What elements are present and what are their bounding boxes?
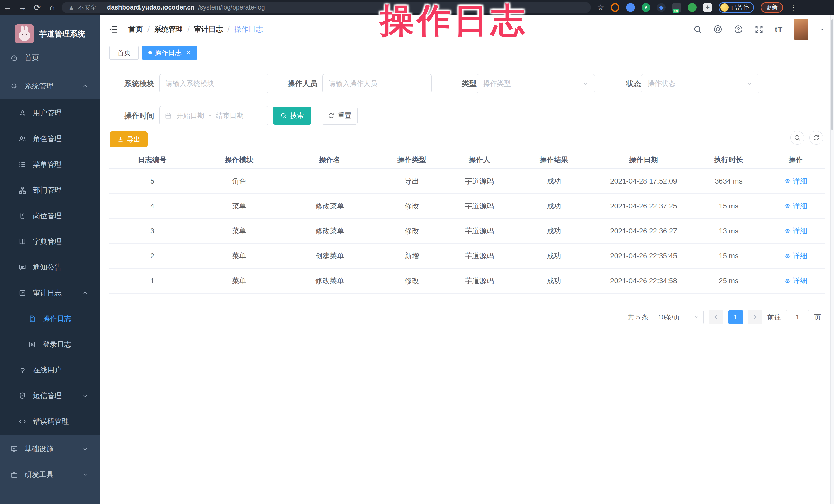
extensions-puzzle-icon[interactable]: ✚ (703, 3, 712, 12)
browser-reload-button[interactable]: ⟳ (30, 3, 45, 12)
book-icon (19, 238, 26, 245)
module-input[interactable] (159, 74, 268, 93)
export-button-label: 导出 (127, 135, 140, 144)
detail-link[interactable]: 详细 (784, 276, 807, 286)
sidebar-item-error-code-management[interactable]: 错误码管理 (0, 409, 100, 434)
extension-pin-icon[interactable] (626, 3, 635, 12)
chevron-down-icon (82, 446, 88, 452)
sidebar-item-operate-log[interactable]: 操作日志 (0, 306, 100, 332)
font-size-icon[interactable]: tT (775, 25, 783, 34)
fullscreen-icon[interactable] (754, 25, 764, 34)
goto-page-input[interactable] (786, 310, 809, 324)
sidebar-item-user-management[interactable]: 用户管理 (0, 100, 100, 126)
page-size-select[interactable]: 10条/页 (654, 310, 704, 324)
type-select[interactable]: 操作类型 (477, 74, 595, 93)
tab-home[interactable]: 首页 (109, 46, 139, 60)
column-header: 操作日期 (597, 151, 690, 168)
operator-input-field[interactable] (323, 74, 432, 93)
goto-label: 前往 (767, 313, 781, 322)
operator-input[interactable] (323, 74, 432, 93)
user-icon (19, 109, 26, 117)
extension-green-v-icon[interactable]: v (641, 3, 650, 12)
cell-result: 成功 (511, 268, 597, 293)
sidebar-toggle-icon[interactable] (108, 24, 118, 34)
breadcrumb-item-audit-log[interactable]: 审计日志 (194, 24, 223, 34)
browser-forward-button[interactable]: → (15, 3, 30, 12)
detail-link[interactable]: 详细 (784, 176, 807, 186)
sidebar-item-department-management[interactable]: 部门管理 (0, 177, 100, 203)
extension-green-icon[interactable] (688, 3, 697, 12)
search-icon[interactable] (693, 25, 702, 34)
detail-link[interactable]: 详细 (784, 251, 807, 261)
sidebar-item-system-management[interactable]: 系统管理 (0, 73, 100, 99)
chevron-up-icon (82, 83, 88, 89)
browser-update-button[interactable]: 更新 (761, 2, 783, 13)
tab-label: 首页 (117, 48, 131, 57)
cell-operation-name: 修改菜单 (283, 268, 376, 293)
refresh-table-button[interactable] (809, 131, 823, 145)
prev-page-button[interactable] (709, 310, 723, 324)
sidebar-item-post-management[interactable]: 岗位管理 (0, 203, 100, 229)
extension-gem-icon[interactable]: ◆ (657, 3, 666, 12)
sidebar-item-dev-tools[interactable]: 研发工具 (0, 462, 100, 487)
chevron-up-icon (82, 290, 88, 296)
sidebar-item-role-management[interactable]: 角色管理 (0, 126, 100, 152)
page-scrollbar[interactable] (830, 15, 834, 504)
sidebar-item-menu-management[interactable]: 菜单管理 (0, 152, 100, 177)
sidebar-item-infrastructure[interactable]: 基础设施 (0, 436, 100, 462)
reset-button-label: 重置 (337, 111, 351, 120)
sidebar-item-home[interactable]: 首页 (0, 45, 100, 71)
extension-orange-icon[interactable] (611, 3, 619, 12)
cell-result: 成功 (511, 219, 597, 243)
export-button[interactable]: 导出 (110, 131, 148, 147)
reset-button[interactable]: 重置 (322, 107, 358, 125)
url-host: dashboard.yudao.iocoder.cn (107, 4, 195, 11)
detail-link-label: 详细 (793, 201, 807, 211)
breadcrumb-item-home[interactable]: 首页 (129, 24, 143, 34)
user-avatar[interactable] (794, 19, 808, 40)
sidebar-item-login-log[interactable]: 登录日志 (0, 332, 100, 357)
sidebar-item-label: 在线用户 (33, 365, 62, 375)
cell-duration: 25 ms (690, 268, 767, 293)
help-icon[interactable] (734, 25, 743, 34)
module-input-field[interactable] (159, 74, 268, 93)
app-title: 芋道管理系统 (39, 29, 85, 39)
browser-menu-icon[interactable]: ⋮ (790, 3, 797, 12)
scrollbar-thumb[interactable] (831, 19, 833, 130)
column-header: 操作结果 (511, 151, 597, 168)
detail-link[interactable]: 详细 (784, 226, 807, 236)
code-icon (19, 418, 26, 425)
close-icon[interactable] (186, 50, 191, 55)
sidebar-item-audit-log[interactable]: 审计日志 (0, 280, 100, 306)
column-header: 执行时长 (690, 151, 767, 168)
calendar-icon (165, 112, 172, 119)
sidebar-logo-row[interactable]: 芋道管理系统 (0, 20, 100, 48)
table-header-row: 日志编号 操作模块 操作名 操作类型 操作人 操作结果 操作日期 执行时长 操作 (109, 151, 825, 169)
module-label: 系统模块 (110, 74, 154, 93)
page-number-button[interactable]: 1 (728, 310, 743, 324)
bookmark-star-icon[interactable]: ☆ (597, 3, 604, 12)
chevron-down-icon (747, 81, 753, 87)
sidebar-item-label: 岗位管理 (33, 211, 62, 221)
detail-link[interactable]: 详细 (784, 201, 807, 211)
browser-back-button[interactable]: ← (0, 3, 15, 12)
extension-stack-icon[interactable]: on (673, 3, 681, 12)
tab-operate-log[interactable]: 操作日志 (142, 46, 197, 60)
sidebar-item-dict-management[interactable]: 字典管理 (0, 229, 100, 255)
url-path: /system/log/operate-log (198, 4, 265, 11)
show-search-toggle-button[interactable] (790, 131, 804, 145)
github-icon[interactable] (713, 25, 723, 34)
caret-down-icon[interactable] (819, 26, 825, 32)
next-page-button[interactable] (748, 310, 762, 324)
profile-paused-pill[interactable]: 已暂停 (719, 2, 754, 13)
type-select-placeholder: 操作类型 (483, 79, 511, 88)
table-row: 3 菜单 修改菜单 修改 芋道源码 成功 2021-04-26 22:36:27… (109, 219, 825, 244)
sidebar-item-notice-announcement[interactable]: 通知公告 (0, 255, 100, 280)
breadcrumb-item-system[interactable]: 系统管理 (154, 24, 183, 34)
status-select[interactable]: 操作状态 (641, 74, 759, 93)
sidebar-item-sms-management[interactable]: 短信管理 (0, 383, 100, 409)
sidebar-item-online-users[interactable]: 在线用户 (0, 357, 100, 383)
search-button[interactable]: 搜索 (273, 107, 311, 125)
browser-home-button[interactable]: ⌂ (45, 3, 60, 12)
date-range-input[interactable]: 开始日期 - 结束日期 (159, 106, 268, 125)
